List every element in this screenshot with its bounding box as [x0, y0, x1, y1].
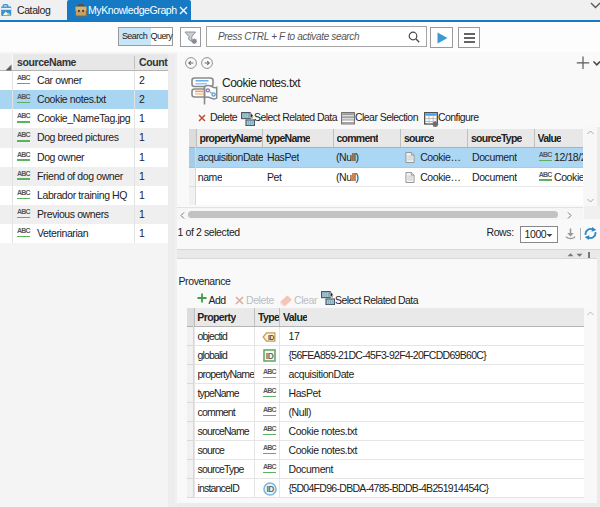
svg-text:ID: ID [266, 484, 274, 494]
svg-text:ID: ID [268, 333, 274, 340]
svg-text:ID: ID [266, 351, 274, 361]
